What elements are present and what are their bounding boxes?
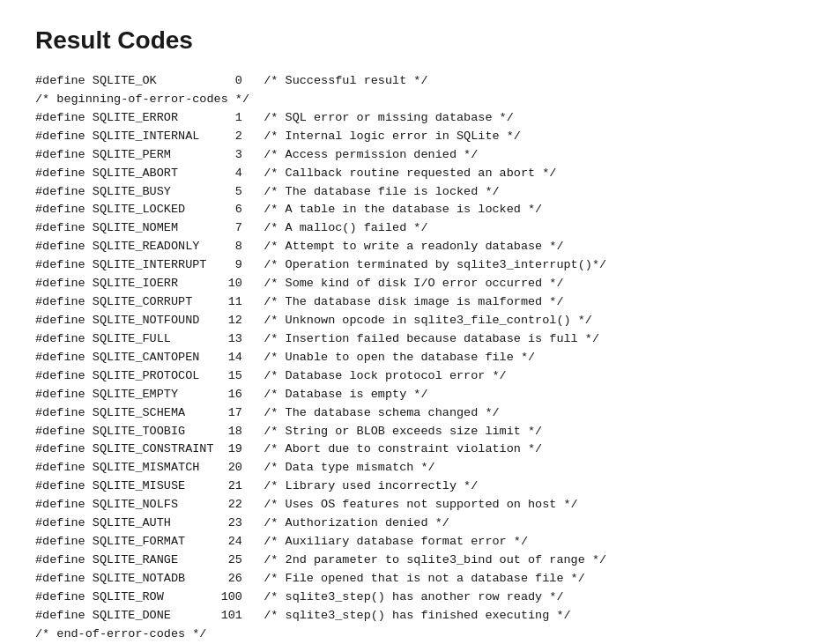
- code-block: #define SQLITE_OK 0 /* Successful result…: [35, 72, 789, 644]
- page-title: Result Codes: [35, 26, 789, 55]
